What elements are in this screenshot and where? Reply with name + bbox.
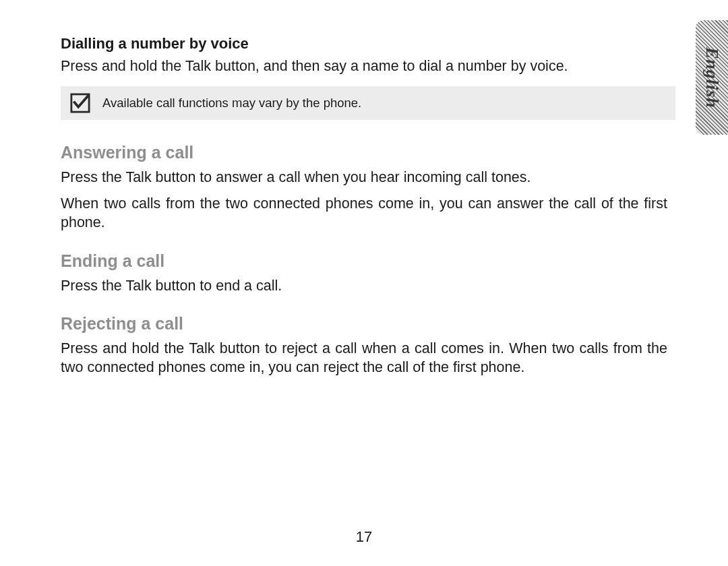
language-tab-label: English	[702, 47, 722, 108]
note-text: Available call functions may vary by the…	[102, 96, 361, 111]
body-rejecting: Press and hold the Talk button to reject…	[61, 339, 667, 377]
section-ending: Ending a call Press the Talk button to e…	[61, 251, 667, 295]
heading-dialling: Dialling a number by voice	[61, 35, 667, 53]
body-answering-1: Press the Talk button to answer a call w…	[61, 168, 667, 187]
body-dialling: Press and hold the Talk button, and then…	[61, 57, 667, 75]
page-number: 17	[0, 528, 728, 546]
body-ending: Press the Talk button to end a call.	[61, 276, 667, 295]
section-answering: Answering a call Press the Talk button t…	[61, 143, 667, 232]
heading-answering: Answering a call	[61, 143, 667, 162]
manual-page: English Dialling a number by voice Press…	[0, 0, 728, 566]
body-answering-2: When two calls from the two connected ph…	[61, 194, 667, 232]
section-rejecting: Rejecting a call Press and hold the Talk…	[61, 314, 667, 377]
heading-rejecting: Rejecting a call	[61, 314, 667, 334]
section-dialling: Dialling a number by voice Press and hol…	[61, 35, 667, 75]
heading-ending: Ending a call	[61, 251, 667, 271]
note-box: Available call functions may vary by the…	[61, 86, 675, 120]
checkmark-icon	[70, 93, 90, 113]
language-tab: English	[696, 20, 728, 135]
